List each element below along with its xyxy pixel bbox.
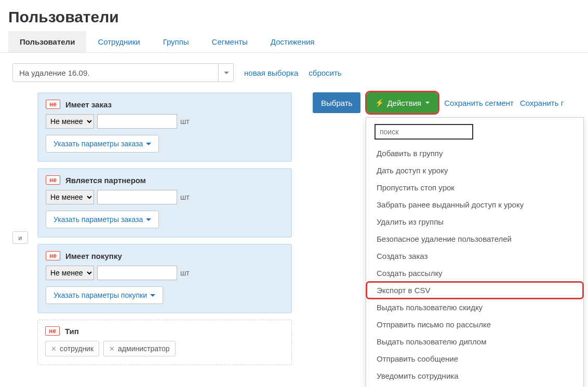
dropdown-item[interactable]: Удалить из группы bbox=[366, 213, 583, 230]
comparison-select[interactable]: Не менее bbox=[46, 114, 94, 129]
negation-badge[interactable]: не bbox=[46, 100, 60, 109]
filter-row: На удаление 16.09. новая выборка сбросит… bbox=[0, 53, 588, 92]
page-title: Пользователи bbox=[0, 0, 588, 31]
type-tag[interactable]: ✕администратор bbox=[103, 341, 175, 356]
segment-select[interactable]: На удаление 16.09. bbox=[12, 63, 234, 82]
filter-title: Тип bbox=[65, 327, 79, 336]
tabs: Пользователи Сотрудники Группы Сегменты … bbox=[0, 31, 588, 53]
dropdown-item[interactable]: Создать рассылку bbox=[366, 265, 583, 282]
filter-card-has-purchase: не Имеет покупку Не менее шт Указать пар… bbox=[37, 244, 292, 313]
dropdown-item[interactable]: Пропустить стоп урок bbox=[366, 179, 583, 196]
dropdown-search-input[interactable] bbox=[375, 124, 473, 140]
value-input[interactable] bbox=[97, 114, 177, 129]
actions-dropdown-button[interactable]: ⚡ Действия bbox=[367, 92, 438, 113]
dropdown-item[interactable]: Отправить сообщение bbox=[366, 350, 583, 367]
type-tag[interactable]: ✕сотрудник bbox=[45, 341, 99, 356]
dropdown-item[interactable]: Создать заказ bbox=[366, 247, 583, 265]
value-input[interactable] bbox=[97, 266, 177, 280]
and-operator-badge[interactable]: и bbox=[12, 231, 28, 244]
segment-select-value: На удаление 16.09. bbox=[12, 63, 234, 82]
close-icon[interactable]: ✕ bbox=[109, 345, 115, 353]
filter-card-type: не Тип ✕сотрудник ✕администратор bbox=[37, 320, 292, 365]
tab-groups[interactable]: Группы bbox=[152, 31, 201, 52]
chevron-down-icon bbox=[146, 143, 151, 145]
close-icon[interactable]: ✕ bbox=[51, 345, 57, 353]
comparison-select[interactable]: Не менее bbox=[46, 266, 94, 280]
dropdown-item[interactable]: Добавить в группу bbox=[366, 145, 583, 162]
filter-title: Имеет заказ bbox=[65, 100, 112, 109]
negation-badge[interactable]: не bbox=[46, 251, 60, 260]
purchase-params-button[interactable]: Указать параметры покупки bbox=[46, 286, 163, 304]
filter-card-has-order: не Имеет заказ Не менее шт Указать парам… bbox=[37, 92, 292, 162]
dropdown-item[interactable]: Отправить письмо по рассылке bbox=[366, 316, 583, 333]
tab-employees[interactable]: Сотрудники bbox=[86, 31, 151, 52]
bolt-icon: ⚡ bbox=[375, 99, 384, 107]
dropdown-item[interactable]: Уведомить сотрудника bbox=[366, 367, 583, 384]
unit-label: шт bbox=[180, 269, 190, 277]
new-selection-link[interactable]: новая выборка bbox=[244, 68, 298, 77]
negation-badge[interactable]: не bbox=[45, 326, 60, 336]
select-button[interactable]: Выбрать bbox=[313, 92, 360, 113]
reset-link[interactable]: сбросить bbox=[309, 68, 341, 77]
chevron-down-icon bbox=[146, 218, 151, 221]
unit-label: шт bbox=[180, 117, 190, 126]
dropdown-item[interactable]: Забрать ранее выданный доступ к уроку bbox=[366, 196, 583, 213]
filter-card-is-partner: не Является партнером Не менее шт Указат… bbox=[37, 168, 292, 238]
chevron-down-icon bbox=[150, 294, 155, 297]
dropdown-item[interactable]: Безопасное удаление пользователей bbox=[366, 230, 583, 247]
chevron-down-icon bbox=[425, 102, 430, 104]
filter-title: Является партнером bbox=[65, 176, 146, 185]
comparison-select[interactable]: Не менее bbox=[46, 190, 94, 204]
actions-dropdown-menu: Добавить в группуДать доступ к урокуПроп… bbox=[366, 117, 584, 387]
dropdown-item[interactable]: Выдать пользователю скидку bbox=[366, 299, 583, 316]
dropdown-item[interactable]: Дать доступ к уроку bbox=[366, 162, 583, 179]
tab-users[interactable]: Пользователи bbox=[8, 31, 86, 52]
order-params-button[interactable]: Указать параметры заказа bbox=[46, 211, 159, 228]
filters-column: не Имеет заказ Не менее шт Указать парам… bbox=[37, 92, 292, 365]
value-input[interactable] bbox=[97, 190, 177, 204]
tab-achievements[interactable]: Достижения bbox=[259, 31, 326, 52]
unit-label: шт bbox=[180, 193, 190, 201]
save-segment-link[interactable]: Сохранить сегмент bbox=[444, 99, 514, 107]
chevron-down-icon[interactable] bbox=[218, 63, 234, 82]
dropdown-item[interactable]: Экспорт в CSV bbox=[366, 282, 583, 299]
filter-title: Имеет покупку bbox=[65, 252, 122, 260]
tab-segments[interactable]: Сегменты bbox=[201, 31, 259, 52]
action-bar: Выбрать ⚡ Действия Сохранить сегмент Сох… bbox=[313, 92, 564, 113]
save-group-link[interactable]: Сохранить г bbox=[520, 99, 564, 107]
dropdown-item[interactable]: Выдать пользователю диплом bbox=[366, 333, 583, 350]
negation-badge[interactable]: не bbox=[46, 175, 60, 185]
order-params-button[interactable]: Указать параметры заказа bbox=[46, 135, 159, 153]
